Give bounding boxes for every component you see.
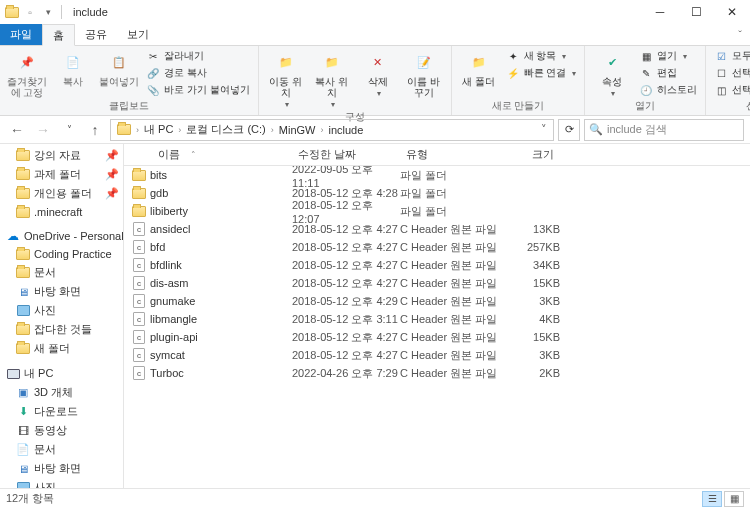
- tab-home[interactable]: 홈: [42, 24, 75, 46]
- sidebar-item[interactable]: 🖥바탕 화면: [0, 459, 123, 478]
- file-row[interactable]: cgnumake2018-05-12 오후 4:29C Header 원본 파일…: [124, 292, 750, 310]
- copy-button[interactable]: 📄복사: [52, 48, 94, 87]
- column-name[interactable]: 이름 ˄: [124, 147, 292, 162]
- file-row[interactable]: cplugin-api2018-05-12 오후 4:27C Header 원본…: [124, 328, 750, 346]
- folder-icon: [16, 187, 30, 201]
- sidebar-item[interactable]: 새 폴더: [0, 339, 123, 358]
- pin-button[interactable]: 📌즐겨찾기에 고정: [6, 48, 48, 98]
- delete-button[interactable]: ✕삭제▾: [357, 48, 399, 98]
- file-row[interactable]: cbfd2018-05-12 오후 4:27C Header 원본 파일257K…: [124, 238, 750, 256]
- file-row[interactable]: csymcat2018-05-12 오후 4:27C Header 원본 파일3…: [124, 346, 750, 364]
- sidebar-item[interactable]: 과제 폴더📌: [0, 165, 123, 184]
- icons-view-button[interactable]: ▦: [724, 491, 744, 507]
- newitem-button[interactable]: ✦새 항목▾: [504, 48, 579, 64]
- sidebar-item[interactable]: 사진: [0, 478, 123, 488]
- sidebar-item-onedrive[interactable]: ☁OneDrive - Personal: [0, 227, 123, 245]
- pin-icon: 📌: [105, 168, 119, 181]
- back-button[interactable]: ←: [6, 119, 28, 141]
- quick-access-toolbar: ▫ ▾: [0, 4, 65, 20]
- file-row[interactable]: cdis-asm2018-05-12 오후 4:27C Header 원본 파일…: [124, 274, 750, 292]
- breadcrumb[interactable]: 내 PC: [140, 122, 177, 137]
- file-row[interactable]: cansidecl2018-05-12 오후 4:27C Header 원본 파…: [124, 220, 750, 238]
- folder-icon: [4, 4, 20, 20]
- tab-share[interactable]: 공유: [75, 24, 117, 45]
- details-view-button[interactable]: ☰: [702, 491, 722, 507]
- address-dropdown-icon[interactable]: ˅: [537, 123, 551, 136]
- edit-button[interactable]: ✎편집: [637, 65, 699, 81]
- newfolder-button[interactable]: 📁새 폴더: [458, 48, 500, 87]
- sidebar-item-thispc[interactable]: 내 PC: [0, 364, 123, 383]
- recent-dropdown[interactable]: ˅: [58, 119, 80, 141]
- sidebar-item[interactable]: ▣3D 개체: [0, 383, 123, 402]
- delete-icon: ✕: [366, 50, 390, 74]
- breadcrumb[interactable]: MinGW: [275, 124, 320, 136]
- file-row[interactable]: cbfdlink2018-05-12 오후 4:27C Header 원본 파일…: [124, 256, 750, 274]
- file-name: symcat: [150, 349, 185, 361]
- file-row[interactable]: clibmangle2018-05-12 오후 3:11C Header 원본 …: [124, 310, 750, 328]
- history-button[interactable]: 🕘히스토리: [637, 82, 699, 98]
- properties-button[interactable]: ✔속성▾: [591, 48, 633, 98]
- ribbon-collapse-icon[interactable]: ˇ: [730, 24, 750, 45]
- sidebar-item[interactable]: 🎞동영상: [0, 421, 123, 440]
- chevron-down-icon: ▾: [285, 100, 289, 109]
- file-size: 4KB: [510, 313, 560, 325]
- selectall-button[interactable]: ☑모두 선택: [712, 48, 750, 64]
- forward-button[interactable]: →: [32, 119, 54, 141]
- open-button[interactable]: ▦열기▾: [637, 48, 699, 64]
- file-row[interactable]: gdb2018-05-12 오후 4:28파일 폴더: [124, 184, 750, 202]
- chevron-down-icon: ▾: [331, 100, 335, 109]
- easyaccess-button[interactable]: ⚡빠른 연결▾: [504, 65, 579, 81]
- file-row[interactable]: cTurboc2022-04-26 오후 7:29C Header 원본 파일2…: [124, 364, 750, 382]
- breadcrumb[interactable]: 로컬 디스크 (C:): [182, 122, 269, 137]
- folder-icon: [16, 247, 30, 261]
- file-list[interactable]: bits2022-09-05 오후 11:11파일 폴더gdb2018-05-1…: [124, 166, 750, 488]
- address-bar[interactable]: › 내 PC › 로컬 디스크 (C:) › MinGW › include ˅: [110, 119, 554, 141]
- ribbon: 📌즐겨찾기에 고정 📄복사 📋붙여넣기 ✂잘라내기 🔗경로 복사 📎바로 가기 …: [0, 46, 750, 116]
- file-row[interactable]: bits2022-09-05 오후 11:11파일 폴더: [124, 166, 750, 184]
- sidebar-item[interactable]: 강의 자료📌: [0, 146, 123, 165]
- copyto-button[interactable]: 📁복사 위치▾: [311, 48, 353, 109]
- copy-icon: 📄: [61, 50, 85, 74]
- selectnone-icon: ☐: [714, 66, 728, 80]
- up-button[interactable]: ↑: [84, 119, 106, 141]
- chevron-down-icon: ▾: [683, 52, 687, 61]
- maximize-button[interactable]: ☐: [678, 0, 714, 24]
- sidebar-item[interactable]: 🖥바탕 화면: [0, 282, 123, 301]
- file-date: 2018-05-12 오후 4:27: [292, 276, 400, 291]
- breadcrumb[interactable]: include: [324, 124, 367, 136]
- path-icon: 🔗: [146, 66, 160, 80]
- qat-dropdown-icon[interactable]: ▾: [40, 4, 56, 20]
- search-box[interactable]: 🔍 include 검색: [584, 119, 744, 141]
- copypath-button[interactable]: 🔗경로 복사: [144, 65, 252, 81]
- cut-button[interactable]: ✂잘라내기: [144, 48, 252, 64]
- close-button[interactable]: ✕: [714, 0, 750, 24]
- c-file-icon: c: [132, 294, 146, 308]
- refresh-button[interactable]: ⟳: [558, 119, 580, 141]
- column-date[interactable]: 수정한 날짜: [292, 147, 400, 162]
- moveto-button[interactable]: 📁이동 위치▾: [265, 48, 307, 109]
- sidebar-item[interactable]: 문서: [0, 263, 123, 282]
- file-row[interactable]: libiberty2018-05-12 오후 12:07파일 폴더: [124, 202, 750, 220]
- selectall-icon: ☑: [714, 49, 728, 63]
- sidebar-item[interactable]: 📄문서: [0, 440, 123, 459]
- column-type[interactable]: 유형: [400, 147, 510, 162]
- sidebar-item[interactable]: 개인용 폴더📌: [0, 184, 123, 203]
- tab-view[interactable]: 보기: [117, 24, 159, 45]
- sidebar-item[interactable]: 사진: [0, 301, 123, 320]
- sidebar-item[interactable]: ⬇다운로드: [0, 402, 123, 421]
- pasteshortcut-button[interactable]: 📎바로 가기 붙여넣기: [144, 82, 252, 98]
- navigation-pane[interactable]: 강의 자료📌 과제 폴더📌 개인용 폴더📌 .minecraft ☁OneDri…: [0, 144, 124, 488]
- selectnone-button[interactable]: ☐선택 안 함: [712, 65, 750, 81]
- rename-button[interactable]: 📝이름 바꾸기: [403, 48, 445, 98]
- qat-overflow-icon[interactable]: ▫: [22, 4, 38, 20]
- paste-button[interactable]: 📋붙여넣기: [98, 48, 140, 87]
- minimize-button[interactable]: ─: [642, 0, 678, 24]
- sidebar-item[interactable]: Coding Practice: [0, 245, 123, 263]
- column-size[interactable]: 크기: [510, 147, 560, 162]
- file-type: C Header 원본 파일: [400, 222, 510, 237]
- sidebar-item[interactable]: .minecraft: [0, 203, 123, 221]
- sidebar-item[interactable]: 잡다한 것들: [0, 320, 123, 339]
- tab-file[interactable]: 파일: [0, 24, 42, 45]
- moveto-icon: 📁: [274, 50, 298, 74]
- invert-button[interactable]: ◫선택 영역 반전: [712, 82, 750, 98]
